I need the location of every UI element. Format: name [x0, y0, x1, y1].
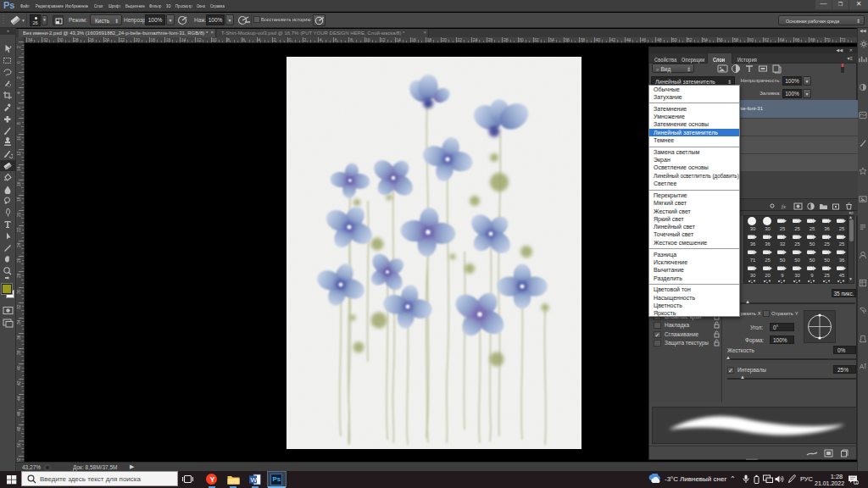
svg-text:fx: fx: [782, 203, 787, 210]
svg-text:W: W: [251, 476, 258, 484]
